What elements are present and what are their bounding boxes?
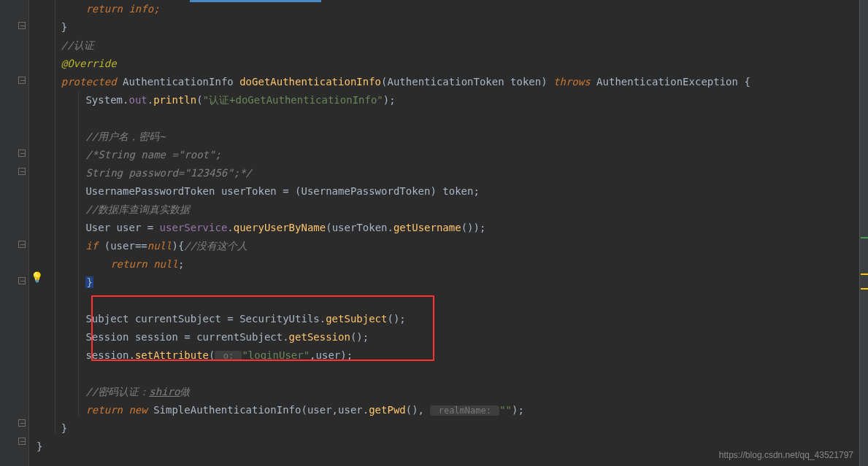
code-line[interactable] — [37, 365, 852, 383]
marker[interactable] — [861, 288, 868, 290]
param-hint: o: — [215, 351, 242, 361]
indent-guide — [78, 91, 79, 416]
fold-marker[interactable] — [0, 416, 28, 430]
fold-marker[interactable] — [0, 73, 28, 88]
code-line[interactable]: protected AuthenticationInfo doGetAuthen… — [37, 73, 852, 91]
code-line[interactable]: session.setAttribute( o: "loginUser",use… — [37, 346, 852, 365]
fold-marker[interactable] — [0, 237, 28, 252]
marker[interactable] — [861, 273, 868, 275]
code-line[interactable]: String password="123456";*/ — [37, 164, 852, 182]
fold-marker[interactable] — [0, 434, 28, 448]
code-line[interactable]: System.out.println("认证+doGetAuthenticati… — [37, 91, 852, 109]
code-line[interactable]: if (user==null){//没有这个人 — [37, 237, 852, 255]
watermark-text: https://blog.csdn.net/qq_43521797 — [719, 450, 853, 460]
editor-gutter[interactable]: 💡 — [0, 0, 29, 466]
code-line[interactable]: } — [37, 273, 852, 292]
code-line[interactable]: return null; — [37, 255, 852, 273]
code-line[interactable]: Session session = currentSubject.getSess… — [37, 328, 852, 346]
code-line[interactable]: //认证 — [37, 36, 852, 55]
fold-marker[interactable] — [0, 18, 28, 33]
code-line[interactable] — [37, 292, 852, 310]
cursor-position: } — [85, 276, 93, 288]
code-line[interactable]: //密码认证：shiro做 — [37, 383, 852, 401]
code-line[interactable] — [37, 109, 852, 128]
code-line[interactable]: @Override — [37, 55, 852, 73]
scrollbar-markers[interactable] — [859, 0, 868, 466]
code-line[interactable]: /*String name ="root"; — [37, 146, 852, 164]
code-line[interactable]: //用户名，密码~ — [37, 128, 852, 146]
fold-marker[interactable] — [0, 164, 28, 179]
fold-marker[interactable] — [0, 273, 28, 288]
code-line[interactable]: } — [37, 18, 852, 36]
code-line[interactable]: } — [37, 419, 852, 438]
code-area[interactable]: return info; } //认证 @Override protected … — [29, 0, 859, 466]
indent-guide — [55, 0, 55, 434]
code-line[interactable]: User user = userService.queryUserByName(… — [37, 219, 852, 237]
code-line[interactable]: //数据库查询真实数据 — [37, 201, 852, 219]
param-hint: realmName: — [430, 405, 499, 416]
code-editor[interactable]: 💡 return info; } //认证 @Override protecte… — [0, 0, 868, 466]
code-line[interactable]: Subject currentSubject = SecurityUtils.g… — [37, 310, 852, 328]
code-line[interactable]: UsernamePasswordToken userToken = (Usern… — [37, 182, 852, 201]
fold-marker[interactable] — [0, 146, 28, 160]
code-line[interactable]: return info; — [37, 0, 852, 18]
marker[interactable] — [861, 237, 868, 238]
code-line[interactable]: return new SimpleAuthenticationInfo(user… — [37, 401, 852, 419]
